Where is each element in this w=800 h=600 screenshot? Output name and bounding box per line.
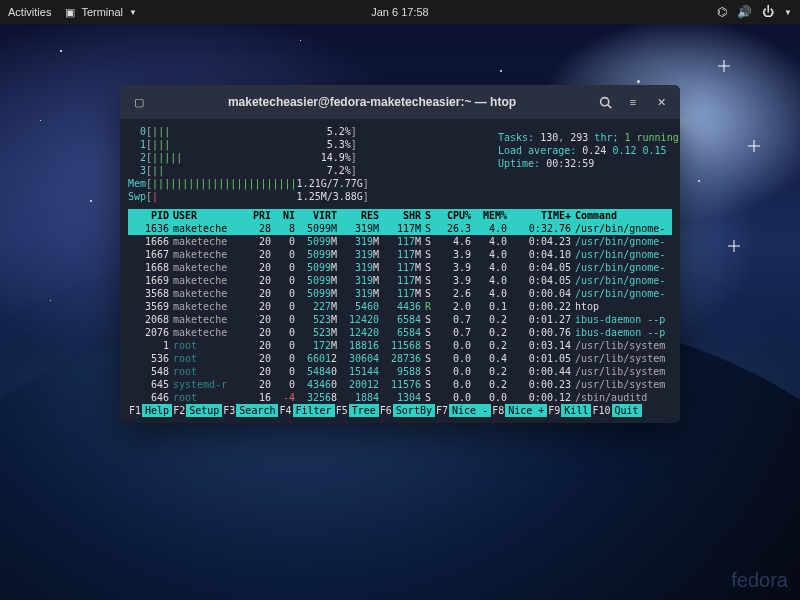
fkey-F10: F10 [591, 404, 611, 417]
fkey-label[interactable]: Quit [612, 404, 642, 417]
function-keys: F1HelpF2SetupF3SearchF4FilterF5TreeF6Sor… [128, 404, 672, 417]
process-row[interactable]: 1666 maketeche 20 0 5099M 319M 117M S 4.… [128, 235, 672, 248]
app-name: Terminal [81, 6, 123, 18]
process-row[interactable]: 1636 maketeche 28 8 5099M 319M 117M S 26… [128, 222, 672, 235]
fkey-F5: F5 [335, 404, 349, 417]
terminal-body[interactable]: 0[||| 5.2%] 1[||| 5.3%] 2[||||| 14.9%] 3… [120, 119, 680, 423]
fkey-F2: F2 [172, 404, 186, 417]
power-icon[interactable]: ⏻ [762, 5, 774, 19]
fkey-F9: F9 [547, 404, 561, 417]
fkey-label[interactable]: Kill [561, 404, 591, 417]
process-row[interactable]: 1667 maketeche 20 0 5099M 319M 117M S 3.… [128, 248, 672, 261]
process-row[interactable]: 536 root 20 0 66012 30604 28736 S 0.0 0.… [128, 352, 672, 365]
fkey-label[interactable]: Nice - [449, 404, 491, 417]
process-row[interactable]: 548 root 20 0 54840 15144 9588 S 0.0 0.2… [128, 365, 672, 378]
fkey-label[interactable]: SortBy [393, 404, 435, 417]
activities-button[interactable]: Activities [8, 6, 51, 18]
process-row[interactable]: 3568 maketeche 20 0 5099M 319M 117M S 2.… [128, 287, 672, 300]
process-header[interactable]: PIDUSERPRINIVIRTRESSHRSCPU%MEM%TIME+Comm… [128, 209, 672, 222]
process-row[interactable]: 1668 maketeche 20 0 5099M 319M 117M S 3.… [128, 261, 672, 274]
fkey-label[interactable]: Setup [186, 404, 222, 417]
volume-icon[interactable]: 🔊 [737, 5, 752, 19]
menu-button[interactable]: ≡ [620, 89, 646, 115]
terminal-icon: ▣ [65, 6, 75, 19]
search-icon [599, 96, 612, 109]
fedora-watermark: fedora [731, 569, 788, 592]
process-row[interactable]: 3569 maketeche 20 0 227M 5460 4436 R 2.0… [128, 300, 672, 313]
titlebar[interactable]: ▢ maketecheasier@fedora-maketecheasier:~… [120, 85, 680, 119]
process-row[interactable]: 2068 maketeche 20 0 523M 12420 6584 S 0.… [128, 313, 672, 326]
process-row[interactable]: 645 systemd-r 20 0 43460 20012 11576 S 0… [128, 378, 672, 391]
new-tab-button[interactable]: ▢ [126, 89, 152, 115]
fkey-label[interactable]: Nice + [505, 404, 547, 417]
chevron-down-icon: ▼ [129, 8, 137, 17]
fkey-label[interactable]: Help [142, 404, 172, 417]
process-row[interactable]: 2076 maketeche 20 0 523M 12420 6584 S 0.… [128, 326, 672, 339]
network-icon[interactable]: ⌬ [717, 5, 727, 19]
fkey-F1: F1 [128, 404, 142, 417]
fkey-F3: F3 [222, 404, 236, 417]
app-menu[interactable]: ▣ Terminal ▼ [65, 6, 137, 19]
system-menu-chevron-icon[interactable]: ▼ [784, 8, 792, 17]
close-icon: ✕ [657, 96, 666, 109]
process-row[interactable]: 1 root 20 0 172M 18816 11568 S 0.0 0.2 0… [128, 339, 672, 352]
fkey-F6: F6 [379, 404, 393, 417]
fkey-label[interactable]: Tree [349, 404, 379, 417]
gnome-topbar: Activities ▣ Terminal ▼ Jan 6 17:58 ⌬ 🔊 … [0, 0, 800, 24]
process-row[interactable]: 646 root 16 -4 32568 1884 1304 S 0.0 0.0… [128, 391, 672, 404]
fkey-F4: F4 [278, 404, 292, 417]
fkey-label[interactable]: Search [236, 404, 278, 417]
search-button[interactable] [592, 89, 618, 115]
fkey-label[interactable]: Filter [293, 404, 335, 417]
window-title: maketecheasier@fedora-maketecheasier:~ —… [152, 95, 592, 109]
clock[interactable]: Jan 6 17:58 [371, 6, 429, 18]
fkey-F7: F7 [435, 404, 449, 417]
terminal-window: ▢ maketecheasier@fedora-maketecheasier:~… [120, 85, 680, 423]
close-button[interactable]: ✕ [648, 89, 674, 115]
hamburger-icon: ≡ [630, 96, 636, 108]
process-row[interactable]: 1669 maketeche 20 0 5099M 319M 117M S 3.… [128, 274, 672, 287]
svg-point-0 [600, 97, 608, 105]
fkey-F8: F8 [491, 404, 505, 417]
